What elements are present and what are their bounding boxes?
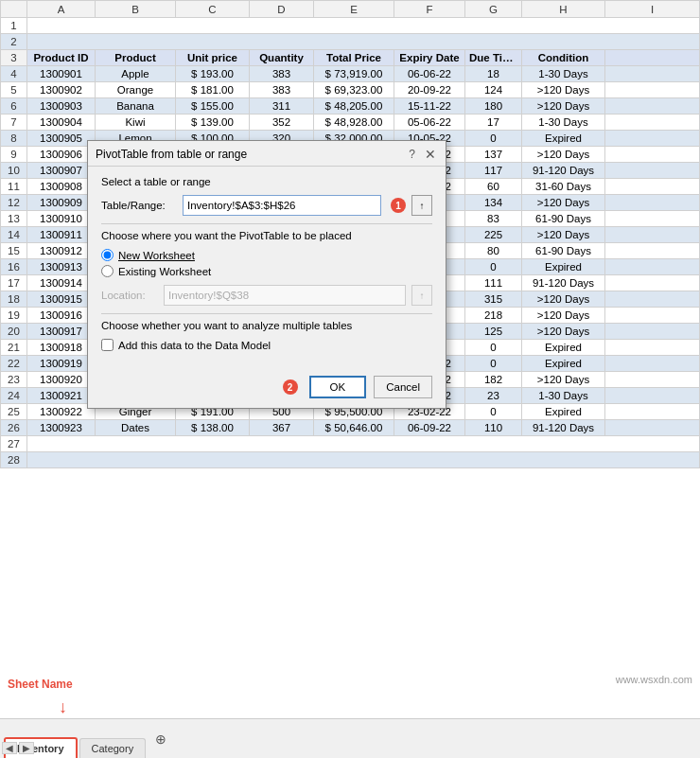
data-model-checkbox[interactable] (101, 339, 114, 351)
cell-r10-c6: 117 (465, 163, 522, 179)
cell-r7-c1: Kiwi (96, 115, 176, 131)
row-num-12: 12 (1, 195, 27, 211)
dialog-section2: Choose where you want the PivotTable to … (101, 230, 432, 241)
cell-r9-c6: 137 (465, 147, 522, 163)
pivot-dialog: PivotTable from table or range ? ✕ Selec… (87, 140, 446, 409)
cell-i-25 (605, 404, 700, 420)
row-num-19: 19 (1, 308, 27, 324)
row-num-23: 23 (1, 372, 27, 388)
cell-r12-c0: 1300909 (27, 195, 96, 211)
cell-r6-c0: 1300903 (27, 98, 96, 115)
cell-r13-c0: 1300910 (27, 211, 96, 227)
cell-i-13 (605, 211, 700, 227)
cell-r6-c5: 15-11-22 (394, 98, 465, 115)
row-num-4: 4 (1, 66, 27, 82)
sheet-scroll-left[interactable]: ◀ (2, 742, 17, 754)
cell-r17-c6: 111 (465, 275, 522, 291)
cell-r11-c7: 31-60 Days (522, 179, 605, 195)
sheet-name-annotation: Sheet Name (8, 678, 73, 691)
cell-r17-c7: 91-120 Days (522, 275, 605, 291)
row-num-9: 9 (1, 147, 27, 163)
radio-new-worksheet[interactable] (101, 249, 114, 261)
cell-r26-c7: 91-120 Days (522, 420, 605, 436)
cell-r7-c0: 1300904 (27, 115, 96, 131)
table-row: 71300904Kiwi$ 139.00352$ 48,928.0005-06-… (1, 115, 700, 131)
table-range-row: Table/Range: 1 ↑ (101, 195, 432, 216)
extra-row-27: 27 (1, 436, 700, 452)
radio-existing-worksheet-row: Existing Worksheet (101, 265, 432, 277)
row-num-24: 24 (1, 388, 27, 404)
row-2: 2 (1, 34, 700, 50)
cell-r21-c6: 0 (465, 340, 522, 356)
col-header-i (605, 50, 700, 66)
radio-new-label: New Worksheet (118, 250, 195, 261)
sheet-scroll-right[interactable]: ▶ (19, 742, 34, 754)
cell-r6-c4: $ 48,205.00 (314, 98, 394, 115)
cell-r4-c0: 1300901 (27, 66, 96, 82)
location-collapse-btn[interactable]: ↑ (411, 285, 432, 306)
col-a: A (27, 1, 96, 18)
cell-i-6 (605, 98, 700, 115)
table-range-collapse-btn[interactable]: ↑ (411, 195, 432, 216)
row-num-11: 11 (1, 179, 27, 195)
dialog-section1: Select a table or range (101, 176, 432, 187)
dialog-close-button[interactable]: ✕ (423, 147, 438, 162)
cell-r9-c7: >120 Days (522, 147, 605, 163)
cell-i-24 (605, 388, 700, 404)
cell-r24-c7: 1-30 Days (522, 388, 605, 404)
cell-r5-c6: 124 (465, 82, 522, 98)
cell-i-15 (605, 243, 700, 259)
watermark: www.wsxdn.com (616, 674, 692, 685)
add-tab-button[interactable]: ⊕ (148, 730, 174, 749)
dialog-body: Select a table or range Table/Range: 1 ↑… (88, 167, 446, 370)
cell-r26-c1: Dates (96, 420, 176, 436)
table-row: 61300903Banana$ 155.00311$ 48,205.0015-1… (1, 98, 700, 115)
cell-r19-c7: >120 Days (522, 308, 605, 324)
header-row: 3 Product ID Product Unit price Quantity… (1, 50, 700, 66)
location-input[interactable] (164, 285, 406, 306)
cell-i-11 (605, 179, 700, 195)
cell-i-8 (605, 131, 700, 147)
cell-r25-c0: 1300922 (27, 404, 96, 420)
row-num-5: 5 (1, 82, 27, 98)
dialog-section3: Choose whether you want to analyze multi… (101, 320, 432, 331)
placement-radio-group: New Worksheet Existing Worksheet (101, 249, 432, 277)
table-row: 51300902Orange$ 181.00383$ 69,323.0020-0… (1, 82, 700, 98)
cell-r23-c0: 1300920 (27, 372, 96, 388)
row-num-6: 6 (1, 98, 27, 115)
table-row: 261300923Dates$ 138.00367$ 50,646.0006-0… (1, 420, 700, 436)
cell-r9-c0: 1300906 (27, 147, 96, 163)
cell-r4-c4: $ 73,919.00 (314, 66, 394, 82)
cell-r5-c5: 20-09-22 (394, 82, 465, 98)
cell-r6-c6: 180 (465, 98, 522, 115)
cell-r23-c6: 182 (465, 372, 522, 388)
col-h: H (522, 1, 605, 18)
ok-button[interactable]: OK (309, 376, 367, 398)
tab-category[interactable]: Category (79, 738, 147, 758)
cell-r16-c7: Expired (522, 259, 605, 275)
radio-existing-worksheet[interactable] (101, 265, 114, 277)
cell-r7-c5: 05-06-22 (394, 115, 465, 131)
cell-r15-c0: 1300912 (27, 243, 96, 259)
cell-r6-c2: $ 155.00 (176, 98, 250, 115)
table-range-input[interactable] (183, 195, 381, 216)
cancel-button[interactable]: Cancel (374, 376, 432, 398)
cell-r18-c7: >120 Days (522, 291, 605, 308)
cell-r8-c6: 0 (465, 131, 522, 147)
cell-r12-c6: 134 (465, 195, 522, 211)
col-d: D (250, 1, 314, 18)
cell-i-9 (605, 147, 700, 163)
cell-r19-c6: 218 (465, 308, 522, 324)
cell-r6-c7: >120 Days (522, 98, 605, 115)
cell-r4-c7: 1-30 Days (522, 66, 605, 82)
extra-row-28: 28 (1, 452, 700, 468)
badge-2: 2 (283, 379, 298, 395)
cell-r7-c4: $ 48,928.00 (314, 115, 394, 131)
spreadsheet-table: A B C D E F G H I 1 Inventory Aging Repo… (0, 0, 700, 66)
cell-r5-c7: >120 Days (522, 82, 605, 98)
data-model-label: Add this data to the Data Model (118, 340, 271, 351)
cell-r26-c5: 06-09-22 (394, 420, 465, 436)
cell-r6-c1: Banana (96, 98, 176, 115)
cell-r26-c4: $ 50,646.00 (314, 420, 394, 436)
cell-r7-c6: 17 (465, 115, 522, 131)
